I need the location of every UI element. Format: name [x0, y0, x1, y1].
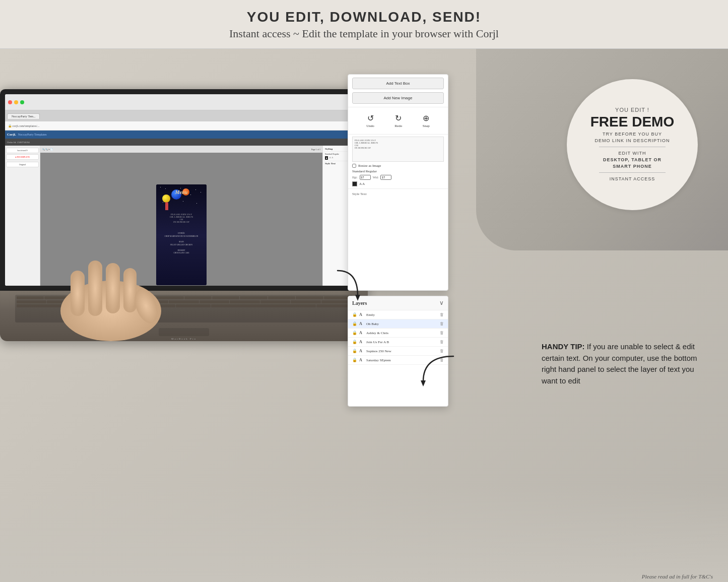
key — [260, 300, 290, 303]
height-label: Hgt: — [352, 176, 358, 179]
corjl-left-sidebar: best friend 9 ● INCOMPLETE Original — [5, 146, 40, 286]
layer-item-ashley-chris[interactable]: 🔒 A Ashley & Chris 🗑 — [348, 329, 448, 338]
resize-as-image-checkbox[interactable] — [352, 164, 356, 168]
key-spacebar — [211, 304, 316, 307]
layer-delete-icon[interactable]: 🗑 — [440, 312, 444, 317]
lock-icon: 🔒 — [352, 340, 357, 344]
order-id-label: Order Id: 1509758194 — [7, 141, 30, 144]
undo-icon: ↺ — [367, 113, 374, 123]
handy-tip-container: HANDY TIP: If you are unable to select &… — [542, 341, 703, 386]
width-input[interactable] — [380, 175, 391, 180]
layer-item-join-us[interactable]: 🔒 A Join Us For A B 🗑 — [348, 338, 448, 347]
free-demo-demo-link: DEMO LINK IN DESCRIPTION — [594, 138, 670, 144]
free-demo-edit-with: EDIT WITH — [619, 150, 646, 157]
browser-expand-dot — [20, 100, 24, 104]
layer-type-icon: A — [359, 321, 364, 326]
menu-card-title: Menu — [156, 189, 207, 195]
free-demo-divider-2 — [599, 172, 666, 173]
layer-type-icon: A — [359, 331, 364, 335]
lock-icon: 🔒 — [352, 321, 357, 326]
free-demo-you-edit: YOU EDIT ! — [615, 107, 649, 113]
undo-label: Undo — [366, 124, 374, 128]
key — [240, 296, 267, 299]
browser-address-bar: 🔒 corjl.com/templates/... — [5, 121, 363, 131]
text-editing-preview: PLEASE JOIN US F OR A BRIDAL BRUN CH IN … — [352, 137, 444, 162]
snap-control[interactable]: ⊕ Snap — [423, 113, 430, 128]
lock-icon: 🔒 — [352, 312, 357, 317]
curved-arrow-tip-to-layers — [413, 351, 464, 394]
redo-control[interactable]: ↻ Redo — [394, 113, 402, 128]
corjl-logo: Corjl. — [7, 133, 16, 137]
browser-minimize-dot — [14, 100, 18, 104]
resize-as-image-row: Resize as Image — [352, 164, 444, 168]
sidebar-item-original: Original — [6, 162, 39, 167]
top-banner: YOU EDIT, DOWNLOAD, SEND! Instant access… — [0, 0, 728, 49]
headline-line1: YOU EDIT, DOWNLOAD, SEND! — [0, 9, 728, 25]
add-new-image-button[interactable]: Add New Image — [352, 92, 444, 104]
svg-marker-7 — [421, 380, 426, 386]
browser-close-dot — [8, 100, 12, 104]
canvas-toolbar: 🔍 🔍 ✂ 📄 Page 1 of 1 — [40, 146, 322, 153]
layer-type-icon: A — [359, 358, 364, 362]
key — [230, 300, 259, 303]
width-label: Wid: — [373, 176, 379, 179]
key — [200, 300, 229, 303]
browser-tab-bar: NoccayParty Tem... — [5, 110, 363, 121]
color-swatch[interactable] — [352, 181, 357, 186]
free-demo-title: FREE DEMO — [590, 115, 674, 129]
redo-icon: ↻ — [395, 113, 402, 123]
layer-delete-icon[interactable]: 🗑 — [440, 321, 444, 326]
layer-name-ashley-chris: Ashley & Chris — [366, 331, 438, 335]
key — [268, 296, 295, 299]
free-demo-instant: INSTANT ACCESS — [610, 176, 655, 182]
key — [212, 296, 239, 299]
layer-name-join-us: Join Us For A B — [366, 340, 438, 344]
key — [184, 296, 212, 299]
free-demo-devices: DESKTOP, TABLET ORSMART PHONE — [603, 157, 661, 169]
handy-tip-label: HANDY TIP: — [542, 342, 585, 351]
layer-item-oh-baby[interactable]: 🔒 A Oh Baby 🗑 — [348, 319, 448, 329]
menu-text-preview: PLEASE JOIN US FOR A BRIDAL BRUNCHIN HON… — [156, 212, 207, 224]
zoom-controls: 🔍 🔍 ✂ 📄 — [42, 148, 53, 151]
lock-icon: 🔒 — [352, 349, 357, 353]
style-text-label: Style Text — [348, 191, 448, 197]
undo-control[interactable]: ↺ Undo — [366, 113, 374, 128]
free-demo-divider-1 — [599, 147, 666, 147]
svg-rect-1 — [71, 271, 85, 316]
snap-label: Snap — [423, 124, 430, 128]
rocket-shape — [165, 202, 168, 210]
laptop: NoccayParty Tem... 🔒 corjl.com/templates… — [0, 89, 368, 341]
height-input[interactable] — [360, 175, 371, 180]
layer-delete-icon[interactable]: 🗑 — [440, 340, 444, 344]
svg-rect-2 — [88, 261, 102, 316]
free-demo-try: TRY BEFORE YOU BUY — [603, 131, 662, 138]
sidebar-item-incomplete: ● INCOMPLETE — [6, 154, 39, 160]
order-bar: Order Id: 1509758194 — [5, 139, 363, 146]
svg-rect-3 — [106, 263, 120, 313]
sun-planet — [162, 195, 170, 203]
layers-chevron-icon[interactable]: ∨ — [439, 299, 444, 307]
curved-arrow-panel-to-layers — [327, 266, 368, 308]
add-text-box-button[interactable]: Add Text Box — [352, 78, 444, 89]
panel-divider-3 — [348, 188, 448, 189]
lock-icon: 🔒 — [352, 331, 357, 335]
hand-image — [40, 230, 181, 341]
background-floor — [0, 485, 728, 582]
layer-delete-icon[interactable]: 🗑 — [440, 331, 444, 335]
corjl-template-label: NoccayParty Templates — [18, 133, 47, 136]
panel-controls: Resize as Image Standard Regular Hgt: Wi… — [348, 164, 448, 186]
layer-item-emily[interactable]: 🔒 A Emily 🗑 — [348, 310, 448, 319]
layer-type-icon: A — [359, 312, 364, 317]
color-label: A A — [359, 182, 365, 186]
browser-chrome — [5, 94, 363, 110]
disclaimer-text: Please read ad in full for T&C's — [642, 573, 713, 579]
layer-type-icon: A — [359, 349, 364, 353]
svg-marker-6 — [355, 295, 360, 301]
snap-icon: ⊕ — [423, 113, 429, 123]
key — [296, 296, 323, 299]
main-area: NoccayParty Tem... 🔒 corjl.com/templates… — [0, 49, 728, 582]
layer-type-icon: A — [359, 340, 364, 344]
size-row: Hgt: Wid: — [352, 175, 444, 180]
corjl-editing-panel: Add Text Box Add New Image ↺ Undo ↻ Redo… — [348, 74, 448, 291]
page-indicator: Page 1 of 1 — [311, 148, 320, 151]
